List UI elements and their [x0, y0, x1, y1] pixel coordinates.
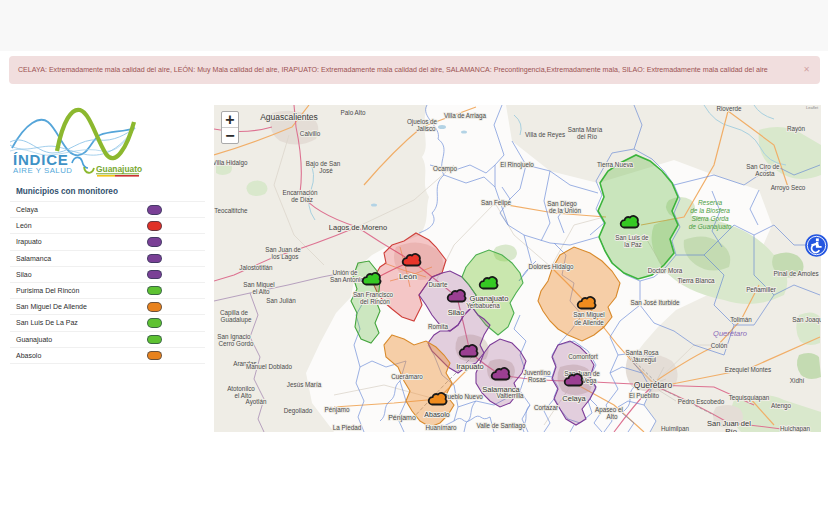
svg-text:San Francisco: San Francisco: [353, 291, 394, 298]
svg-text:Pedro Escobedo: Pedro Escobedo: [678, 398, 725, 405]
svg-text:Encarnación: Encarnación: [282, 189, 318, 196]
svg-text:del Río: del Río: [577, 133, 597, 140]
svg-text:Juventino: Juventino: [524, 369, 551, 376]
svg-text:Calvillo: Calvillo: [300, 130, 321, 137]
svg-text:Dolores Hidalgo: Dolores Hidalgo: [529, 263, 574, 271]
svg-text:Degollado: Degollado: [284, 407, 313, 415]
svg-text:Irapuato: Irapuato: [456, 362, 484, 371]
svg-text:Jesús María: Jesús María: [287, 381, 322, 388]
svg-text:AIRE Y SALUD: AIRE Y SALUD: [13, 166, 72, 175]
svg-text:Manuel Doblado: Manuel Doblado: [246, 363, 292, 370]
svg-text:Pinal de Amoles: Pinal de Amoles: [773, 270, 818, 277]
svg-text:de Díaz: de Díaz: [291, 196, 313, 203]
svg-text:El Rinojuelo: El Rinojuelo: [500, 161, 534, 169]
svg-text:Guadalupe: Guadalupe: [221, 316, 252, 324]
svg-text:Leaflet: Leaflet: [806, 105, 819, 110]
svg-text:Ocampo: Ocampo: [433, 165, 457, 173]
svg-text:de la Biosfera: de la Biosfera: [690, 207, 730, 214]
svg-text:Silao: Silao: [448, 308, 465, 317]
svg-text:Querétaro: Querétaro: [713, 329, 747, 338]
svg-text:Cortazar: Cortazar: [534, 404, 558, 411]
svg-text:Villa de Arriaga: Villa de Arriaga: [444, 112, 487, 120]
svg-text:Huanímaro: Huanímaro: [425, 424, 457, 431]
svg-text:Rayón: Rayón: [787, 125, 806, 133]
svg-text:Arroyo Seco: Arroyo Seco: [771, 184, 806, 192]
svg-text:Celaya: Celaya: [562, 394, 586, 403]
svg-text:San Felipe: San Felipe: [481, 199, 512, 207]
svg-text:Tequisquiapan: Tequisquiapan: [729, 394, 770, 402]
svg-text:Xidhí: Xidhí: [790, 377, 805, 384]
svg-text:Villa Hidalgo: Villa Hidalgo: [214, 159, 248, 167]
svg-text:Pénjamo: Pénjamo: [388, 414, 416, 422]
svg-text:La Piedad: La Piedad: [333, 424, 362, 431]
svg-text:Alto: Alto: [607, 413, 618, 420]
svg-text:Valle de Santiago: Valle de Santiago: [477, 422, 526, 430]
svg-text:Rioverde: Rioverde: [716, 105, 742, 112]
svg-text:Guanajuato: Guanajuato: [470, 294, 509, 303]
svg-text:Yerbabuena: Yerbabuena: [466, 302, 500, 309]
svg-text:Aguascalientes: Aguascalientes: [260, 112, 318, 122]
svg-text:Villa de Reyes: Villa de Reyes: [525, 131, 565, 139]
svg-text:San Luis de: San Luis de: [615, 234, 649, 241]
svg-text:El Pueblito: El Pueblito: [629, 392, 660, 399]
svg-text:Cerro Gordo: Cerro Gordo: [219, 340, 254, 347]
svg-text:Sierra Gorda: Sierra Gorda: [691, 215, 729, 222]
svg-text:Pénjamo: Pénjamo: [325, 406, 350, 414]
svg-text:los Lagos: los Lagos: [272, 253, 299, 261]
svg-text:Salamanca: Salamanca: [482, 385, 520, 394]
svg-text:Querétaro: Querétaro: [634, 380, 673, 390]
svg-text:Rosas: Rosas: [528, 376, 546, 383]
svg-text:Romita: Romita: [428, 323, 448, 330]
svg-text:Abasolo: Abasolo: [424, 411, 449, 418]
svg-text:San Antonio: San Antonio: [330, 276, 364, 283]
svg-text:de Guanajuato: de Guanajuato: [689, 223, 732, 231]
svg-text:Huichapan: Huichapan: [780, 425, 811, 432]
svg-text:Jalostotitlán: Jalostotitlán: [239, 264, 273, 271]
svg-text:del Rincón: del Rincón: [360, 298, 390, 305]
svg-text:de la Unión: de la Unión: [549, 207, 581, 214]
svg-text:Huimilpan: Huimilpan: [661, 425, 689, 432]
svg-text:la Paz: la Paz: [624, 241, 642, 248]
svg-text:San Miguel: San Miguel: [573, 311, 605, 319]
svg-text:Tierra Blanca: Tierra Blanca: [677, 277, 715, 284]
svg-text:Teocaltitche: Teocaltitche: [214, 207, 248, 214]
svg-text:Lagos de Moreno: Lagos de Moreno: [329, 223, 387, 232]
svg-text:Jalisco: Jalisco: [416, 125, 436, 132]
svg-text:Ayotlán: Ayotlán: [246, 398, 267, 406]
svg-text:San Joaquín: San Joaquín: [792, 316, 821, 324]
svg-text:Peñamiller: Peñamiller: [746, 286, 776, 293]
svg-text:León: León: [399, 272, 417, 281]
svg-text:Comonfort: Comonfort: [568, 353, 598, 360]
svg-text:Río: Río: [725, 427, 737, 432]
svg-text:Colón: Colón: [711, 342, 728, 349]
svg-text:Guanajuato: Guanajuato: [96, 164, 142, 174]
svg-text:Cuerámaro: Cuerámaro: [391, 373, 423, 380]
svg-text:Pueblo Nuevo: Pueblo Nuevo: [443, 393, 483, 400]
svg-text:San Juan de: San Juan de: [265, 246, 301, 253]
svg-text:Duarte: Duarte: [429, 281, 448, 288]
svg-text:el Alto: el Alto: [252, 288, 270, 295]
svg-text:San José Iturbide: San José Iturbide: [630, 299, 680, 306]
svg-text:Unión de: Unión de: [332, 269, 358, 276]
svg-text:Jáuregui: Jáuregui: [632, 356, 656, 364]
svg-text:San Ciro de: San Ciro de: [746, 163, 780, 170]
svg-text:Acosta: Acosta: [755, 170, 775, 177]
svg-text:José: José: [319, 167, 333, 174]
svg-text:Palo Alto: Palo Alto: [341, 109, 366, 116]
svg-text:Tierra Nueva: Tierra Nueva: [597, 161, 634, 168]
svg-text:Atotonilco: Atotonilco: [227, 385, 255, 392]
svg-text:Tolimán: Tolimán: [730, 316, 752, 323]
svg-text:Santa Rosa: Santa Rosa: [626, 349, 659, 356]
svg-text:Ezequiel Montes: Ezequiel Montes: [725, 366, 772, 374]
svg-text:Atengo: Atengo: [771, 402, 791, 410]
svg-text:Santa María: Santa María: [568, 126, 603, 133]
svg-text:Doctor Mora: Doctor Mora: [648, 267, 683, 274]
svg-text:San Julián: San Julián: [266, 297, 296, 304]
svg-text:Reserva: Reserva: [698, 199, 723, 206]
svg-text:de Allende: de Allende: [574, 319, 604, 326]
